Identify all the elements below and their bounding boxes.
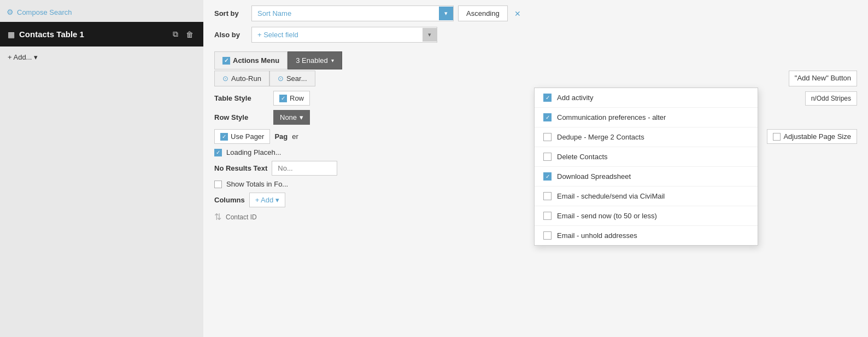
sub-tab-row: ⊙ Auto-Run ⊙ Sear... "Add New" Button [214,71,857,86]
dropdown-item-email-send-now[interactable]: Email - send now (to 50 or less) [535,206,758,226]
main-content: Sort by Sort Name ▾ Ascending ✕ Also by … [203,0,868,337]
add-columns-button[interactable]: + Add ▾ [249,193,286,207]
use-pager-label: Use Pager [231,132,264,141]
email-send-now-label: Email - send now (to 50 or less) [557,212,657,220]
none-label: None [280,113,297,121]
add-button[interactable]: + Add... ▾ [0,49,45,66]
sort-field-dropdown[interactable]: Sort Name ▾ [251,5,454,21]
auto-run-label: Auto-Run [231,74,261,83]
search-icon: ⊙ [278,74,284,83]
add-activity-label: Add activity [557,94,593,102]
dropdown-item-delete-contacts[interactable]: Delete Contacts [535,147,758,167]
auto-run-icon: ⊙ [222,74,228,83]
actions-menu-label: Actions Menu [233,56,279,65]
sub-tab-search[interactable]: ⊙ Sear... [269,71,315,86]
gear-icon: ⚙ [7,8,14,16]
select-field-placeholder: + Select field [257,31,298,39]
add-new-label: "Add New" Button [795,74,851,82]
ascending-button[interactable]: Ascending [458,5,508,21]
row-checkbox[interactable]: ✓ [279,95,287,102]
sort-field-value: Sort Name [257,9,291,18]
contacts-table-actions: ⧉ 🗑 [171,28,196,40]
copy-table-button[interactable]: ⧉ [171,28,180,40]
sort-row: Sort by Sort Name ▾ Ascending ✕ [214,5,857,21]
page-label: Pag [274,132,288,141]
add-btn-label: + Add... [8,53,32,61]
adjustable-checkbox[interactable] [773,133,781,141]
sort-field-arrow[interactable]: ▾ [439,7,453,20]
contacts-table-left: ▦ Contacts Table 1 [8,30,84,39]
actions-dropdown-overlay: ✓ Add activity ✓ Communication preferenc… [534,88,758,246]
contacts-table-item[interactable]: ▦ Contacts Table 1 ⧉ 🗑 [0,22,203,47]
email-send-now-checkbox[interactable] [543,212,552,220]
adjustable-page-size-button[interactable]: Adjustable Page Size [767,129,857,144]
clear-sort-button[interactable]: ✕ [512,7,523,20]
actions-menu-tab[interactable]: ✓ Actions Menu [214,51,288,69]
dedupe-label: Dedupe - Merge 2 Contacts [557,133,644,141]
email-unhold-checkbox[interactable] [543,231,552,240]
loading-checkbox[interactable]: ✓ [214,149,222,156]
email-civimail-checkbox[interactable] [543,192,552,200]
dropdown-item-email-civimail[interactable]: Email - schedule/send via CiviMail [535,187,758,206]
enabled-count-label: 3 Enabled [296,56,328,65]
show-totals-checkbox[interactable] [214,181,222,188]
per-label: er [292,132,298,141]
sort-by-label: Sort by [214,9,247,18]
row-label: Row [290,94,304,102]
none-arrow: ▾ [300,113,303,121]
select-field-arrow[interactable]: ▾ [423,28,437,42]
select-field-dropdown[interactable]: + Select field ▾ [251,27,437,43]
no-results-label: No Results Text [214,164,267,172]
tabs-area: ✓ Actions Menu 3 Enabled ▾ [214,51,857,69]
contacts-table-name: Contacts Table 1 [19,30,84,39]
sub-tab-auto-run[interactable]: ⊙ Auto-Run [214,71,269,86]
communication-prefs-checkbox[interactable]: ✓ [543,113,552,121]
odd-stripes-button[interactable]: n/Odd Stripes [805,91,857,106]
also-row: Also by + Select field ▾ [214,27,857,43]
dropdown-item-communication-prefs[interactable]: ✓ Communication preferences - alter [535,108,758,127]
email-unhold-label: Email - unhold addresses [557,231,637,240]
sidebar: ⚙ Compose Search ▦ Contacts Table 1 ⧉ 🗑 … [0,0,203,337]
contact-id-label: Contact ID [226,213,257,221]
use-pager-checkbox[interactable]: ✓ [220,133,228,141]
adjustable-label: Adjustable Page Size [783,132,851,141]
sort-handle-icon: ⇅ [214,212,221,222]
dedupe-checkbox[interactable] [543,133,552,141]
use-pager-checkbox-wrap[interactable]: ✓ Use Pager [214,129,270,144]
dropdown-item-dedupe[interactable]: Dedupe - Merge 2 Contacts [535,127,758,147]
dropdown-item-download-spreadsheet[interactable]: ✓ Download Spreadsheet [535,167,758,187]
add-activity-checkbox[interactable]: ✓ [543,94,552,102]
add-btn-arrow: ▾ [34,53,38,61]
download-spreadsheet-checkbox[interactable]: ✓ [543,172,552,181]
enabled-count-tab[interactable]: 3 Enabled ▾ [288,51,342,69]
delete-contacts-checkbox[interactable] [543,153,552,161]
loading-label: Loading Placeh... [226,148,281,156]
show-totals-label: Show Totals in Fo... [226,180,288,188]
search-label: Sear... [286,74,307,83]
delete-table-button[interactable]: 🗑 [184,29,196,40]
dropdown-item-email-unhold[interactable]: Email - unhold addresses [535,226,758,245]
add-columns-arrow: ▾ [275,196,279,204]
none-dropdown[interactable]: None ▾ [273,110,310,125]
table-icon: ▦ [8,30,15,39]
also-by-label: Also by [214,31,247,39]
add-columns-label: + Add [255,196,274,204]
email-civimail-label: Email - schedule/send via CiviMail [557,192,665,200]
communication-prefs-label: Communication preferences - alter [557,113,666,121]
row-checkbox-wrap[interactable]: ✓ Row [273,91,310,106]
add-new-button[interactable]: "Add New" Button [789,71,857,86]
delete-contacts-label: Delete Contacts [557,153,608,161]
no-results-input[interactable] [272,161,337,176]
row-style-label: Row Style [214,113,269,121]
table-style-label: Table Style [214,94,269,102]
columns-label: Columns [214,196,245,204]
download-spreadsheet-label: Download Spreadsheet [557,172,631,181]
dropdown-item-add-activity[interactable]: ✓ Add activity [535,88,758,108]
enabled-count-arrow: ▾ [331,57,334,63]
actions-menu-checkbox[interactable]: ✓ [222,57,230,65]
compose-search-header[interactable]: ⚙ Compose Search [0,4,203,20]
compose-search-label: Compose Search [17,8,72,16]
